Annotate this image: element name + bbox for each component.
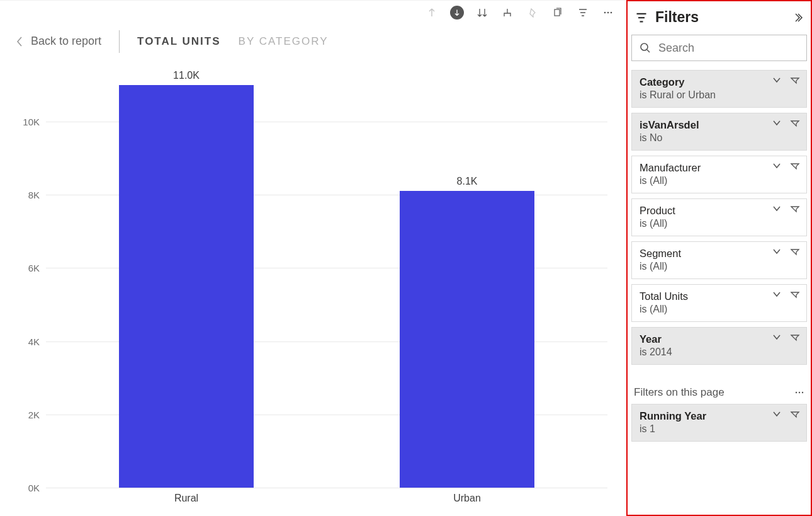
filter-card-value: is Rural or Urban (640, 89, 799, 101)
filter-card-value: is 1 (640, 423, 799, 435)
filter-card-value: is (All) (640, 304, 799, 315)
x-tick-label: Rural (174, 488, 198, 504)
svg-point-7 (802, 392, 803, 393)
arrow-up-icon (425, 6, 439, 20)
y-tick-label: 8K (28, 190, 46, 200)
filter-card-icons (772, 163, 800, 171)
y-tick-label: 4K (28, 336, 46, 347)
bar-rural[interactable] (119, 85, 254, 488)
tab-by-category[interactable]: BY CATEGORY (239, 35, 329, 48)
filter-card-product[interactable]: Productis (All) (631, 198, 807, 236)
chevron-down-icon[interactable] (772, 205, 781, 214)
filters-title: Filters (655, 9, 786, 26)
filters-icon (635, 11, 648, 24)
y-tick-label: 2K (28, 409, 46, 420)
filter-card-icons (772, 248, 800, 257)
clear-filter-icon[interactable] (790, 411, 800, 420)
filter-card-category[interactable]: Categoryis Rural or Urban (631, 70, 807, 108)
drill-down-on-icon[interactable] (450, 6, 464, 20)
svg-point-6 (799, 392, 800, 393)
svg-point-5 (796, 392, 797, 393)
filter-card-icons (772, 77, 800, 86)
filter-card-icons (772, 411, 800, 420)
filters-pane: Filters Categoryis Rural or UrbanisVanAr… (626, 0, 812, 516)
pin-icon (526, 6, 539, 20)
chevron-down-icon[interactable] (772, 163, 781, 171)
filters-search-input[interactable] (658, 42, 804, 55)
expand-down-icon[interactable] (475, 6, 489, 20)
filter-card-value: is 2014 (640, 347, 799, 358)
back-label: Back to report (31, 35, 101, 48)
clear-filter-icon[interactable] (790, 334, 800, 343)
chevron-down-icon[interactable] (772, 334, 781, 343)
drill-tabs: TOTAL UNITSBY CATEGORY (137, 35, 328, 48)
copy-icon[interactable] (551, 6, 565, 20)
chevron-down-icon[interactable] (772, 77, 781, 86)
clear-filter-icon[interactable] (790, 163, 800, 171)
filter-card-segment[interactable]: Segmentis (All) (631, 241, 807, 279)
filter-card-icons (772, 291, 800, 300)
filter-card-value: is (All) (640, 261, 799, 272)
visual-toolbar (0, 0, 626, 24)
chevron-down-icon[interactable] (772, 291, 781, 300)
page-filters-section-header: Filters on this page (631, 386, 807, 404)
clear-filter-icon[interactable] (790, 205, 800, 214)
page-filter-cards: Running Yearis 1 (631, 404, 807, 442)
filter-card-total-units[interactable]: Total Unitsis (All) (631, 284, 807, 322)
gridline (46, 488, 607, 488)
filters-header: Filters (631, 5, 807, 35)
filter-card-icons (772, 205, 800, 214)
drill-nav-row: Back to report TOTAL UNITSBY CATEGORY (0, 24, 626, 59)
filter-card-icons (772, 120, 800, 129)
y-tick-label: 6K (28, 263, 46, 273)
bar-urban[interactable] (400, 191, 534, 488)
vertical-separator (119, 30, 120, 53)
clear-filter-icon[interactable] (790, 248, 800, 257)
filters-search-box[interactable] (631, 35, 807, 61)
filter-icon[interactable] (576, 6, 590, 20)
clear-filter-icon[interactable] (790, 120, 800, 129)
clear-filter-icon[interactable] (790, 77, 800, 86)
filter-card-value: is (All) (640, 175, 799, 186)
bar-chart: 0K2K4K6K8K10K11.0KRural8.1KUrban (5, 65, 620, 510)
svg-point-1 (604, 11, 606, 13)
search-icon (640, 42, 651, 54)
filter-card-value: is No (640, 132, 799, 144)
more-options-icon[interactable] (601, 6, 615, 20)
svg-point-2 (607, 11, 609, 13)
page-filters-label: Filters on this page (634, 386, 794, 399)
collapse-pane-button[interactable] (793, 13, 803, 23)
filter-card-year[interactable]: Yearis 2014 (631, 327, 807, 365)
chevron-down-icon[interactable] (772, 120, 781, 129)
filter-card-icons (772, 334, 800, 343)
tab-total-units[interactable]: TOTAL UNITS (137, 35, 221, 48)
bar-value-label: 8.1K (457, 176, 478, 187)
plot-area: 0K2K4K6K8K10K11.0KRural8.1KUrban (46, 77, 607, 488)
expand-all-icon[interactable] (500, 6, 514, 20)
filter-card-running-year[interactable]: Running Yearis 1 (631, 404, 807, 442)
svg-rect-0 (555, 9, 560, 16)
clear-filter-icon[interactable] (790, 291, 800, 300)
visual-filter-cards: Categoryis Rural or UrbanisVanArsdelis N… (631, 70, 807, 365)
chevron-left-icon (16, 36, 23, 47)
back-to-report-button[interactable]: Back to report (16, 35, 101, 48)
main-panel: Back to report TOTAL UNITSBY CATEGORY 0K… (0, 0, 626, 516)
bar-value-label: 11.0K (173, 70, 200, 81)
page-filters-more-icon[interactable] (794, 391, 804, 394)
svg-point-3 (611, 11, 612, 13)
y-tick-label: 0K (28, 483, 46, 493)
y-tick-label: 10K (23, 116, 46, 127)
svg-point-4 (641, 43, 648, 50)
x-tick-label: Urban (453, 488, 481, 504)
filter-card-value: is (All) (640, 218, 799, 229)
chevron-down-icon[interactable] (772, 411, 781, 420)
filter-card-manufacturer[interactable]: Manufactureris (All) (631, 156, 807, 193)
chevron-down-icon[interactable] (772, 248, 781, 257)
filter-card-isvanarsdel[interactable]: isVanArsdelis No (631, 113, 807, 151)
